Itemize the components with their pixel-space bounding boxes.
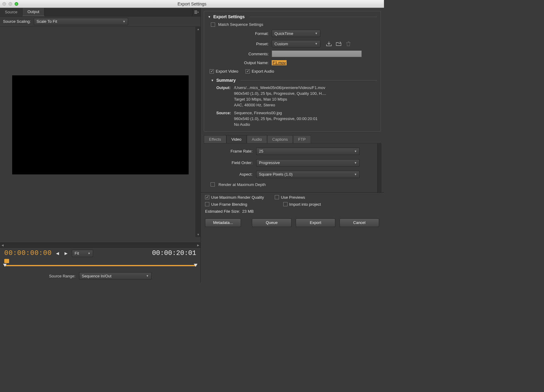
step-forward-icon[interactable]: ▶ (63, 251, 69, 256)
preview-tabs: Source Output (0, 8, 201, 16)
use-max-quality-label: Use Maximum Render Quality (211, 195, 264, 200)
source-scaling-dropdown[interactable]: Scale To Fit ▼ (34, 18, 128, 25)
tab-source[interactable]: Source (0, 8, 23, 16)
scroll-left-icon[interactable]: ◀ (0, 243, 5, 247)
preview-scrollbar-horizontal[interactable]: ◀ ▶ (0, 242, 201, 247)
use-previews-checkbox[interactable] (275, 195, 279, 199)
chevron-down-icon: ▼ (352, 150, 357, 153)
export-video-label: Export Video (216, 69, 238, 74)
tab-output[interactable]: Output (23, 8, 44, 16)
zoom-fit-dropdown[interactable]: Fit ▼ (72, 250, 93, 257)
use-max-quality-checkbox[interactable] (205, 195, 209, 199)
tab-captions[interactable]: Captions (267, 135, 293, 143)
export-audio-toggle[interactable]: Export Audio (246, 69, 274, 74)
summary-source-line-0: Sequence, Fireworks00.jpg (234, 110, 377, 116)
aspect-label: Aspect: (207, 172, 253, 177)
match-sequence-checkbox[interactable] (211, 22, 215, 27)
field-order-label: Field Order: (207, 160, 253, 165)
chevron-down-icon: ▼ (352, 173, 357, 176)
metadata-button[interactable]: Metadata... (205, 218, 241, 227)
save-preset-icon[interactable] (326, 41, 332, 47)
aspect-value: Square Pixels (1.0) (259, 172, 293, 177)
chevron-down-icon: ▼ (312, 32, 318, 35)
format-label: Format: (208, 31, 269, 36)
preview-scrollbar-vertical[interactable]: ▲ ▼ (196, 27, 201, 237)
output-name-link[interactable]: F1.mov (272, 60, 287, 65)
scroll-right-icon[interactable]: ▶ (196, 243, 201, 247)
aspect-dropdown[interactable]: Square Pixels (1.0) ▼ (256, 171, 360, 178)
import-into-project-label: Import into project (289, 202, 321, 207)
source-range-value: Sequence In/Out (82, 274, 112, 278)
import-into-project-checkbox[interactable] (283, 202, 288, 206)
export-video-checkbox[interactable] (210, 69, 214, 74)
format-dropdown[interactable]: QuickTime ▼ (272, 30, 320, 37)
field-order-dropdown[interactable]: Progressive ▼ (256, 159, 360, 167)
in-point-handle-icon[interactable] (3, 264, 7, 267)
tab-effects[interactable]: Effects (204, 135, 226, 143)
tab-video[interactable]: Video (226, 135, 247, 143)
use-frame-blending-label: Use Frame Blending (211, 202, 247, 207)
preview-area: ▲ ▼ (0, 27, 201, 242)
summary-output-key: Output: (216, 85, 234, 91)
summary-output-line-3: AAC, 48000 Hz, Stereo (234, 102, 377, 108)
frame-rate-label: Frame Rate: (207, 149, 253, 153)
step-back-icon[interactable]: ◀ (55, 251, 60, 256)
playhead-icon[interactable] (4, 259, 9, 263)
preset-dropdown[interactable]: Custom ▼ (272, 40, 320, 47)
export-video-toggle[interactable]: Export Video (210, 69, 238, 74)
field-order-value: Progressive (259, 160, 280, 165)
estimated-size-value: 23 MB (242, 209, 254, 214)
use-max-quality-toggle[interactable]: Use Maximum Render Quality (205, 195, 264, 200)
cancel-button[interactable]: Cancel (340, 218, 379, 227)
titlebar: Export Settings (0, 0, 384, 8)
frame-rate-value: 25 (259, 149, 263, 153)
scroll-up-icon[interactable]: ▲ (196, 27, 201, 32)
panel-menu-icon[interactable] (192, 8, 201, 16)
summary-source-line-2: No Audio (234, 122, 377, 128)
source-scaling-row: Source Scaling: Scale To Fit ▼ (0, 16, 201, 27)
scroll-down-icon[interactable]: ▼ (196, 232, 201, 237)
summary-output-line-0: /Users/...mics_Week05n06/premiere/Videos… (234, 85, 377, 91)
source-scaling-label: Source Scaling: (3, 19, 31, 24)
import-preset-icon[interactable] (336, 41, 342, 47)
export-button[interactable]: Export (296, 218, 335, 227)
use-previews-toggle[interactable]: Use Previews (275, 195, 305, 200)
export-audio-checkbox[interactable] (246, 69, 250, 74)
video-preview (12, 75, 189, 174)
tab-audio[interactable]: Audio (247, 135, 267, 143)
output-name-label: Output Name: (208, 60, 269, 65)
disclose-summary-icon[interactable]: ▼ (211, 79, 214, 82)
timeline-area: 00:00:00:00 ◀ ▶ Fit ▼ 00:00:20:01 Source… (0, 247, 201, 283)
match-sequence-label: Match Sequence Settings (218, 22, 263, 27)
tab-ftp[interactable]: FTP (293, 135, 311, 143)
out-point-handle-icon[interactable] (194, 264, 197, 267)
frame-rate-dropdown[interactable]: 25 ▼ (256, 148, 360, 155)
render-max-depth-checkbox[interactable] (211, 182, 215, 187)
render-max-depth-label: Render at Maximum Depth (218, 182, 266, 187)
summary-output-line-2: Target 10 Mbps, Max 10 Mbps (234, 97, 377, 102)
source-range-dropdown[interactable]: Sequence In/Out ▼ (79, 272, 152, 280)
chevron-down-icon: ▼ (312, 42, 318, 45)
export-settings-heading: Export Settings (213, 14, 245, 19)
disclose-export-settings-icon[interactable]: ▼ (208, 15, 211, 19)
work-area-bar[interactable] (4, 265, 196, 266)
comments-label: Comments: (208, 52, 269, 56)
chevron-down-icon: ▼ (144, 274, 149, 277)
import-into-project-toggle[interactable]: Import into project (283, 202, 321, 207)
summary-source-line-1: 960x540 (1.0), 25 fps, Progressive, 00:0… (234, 116, 377, 122)
timecode-out: 00:00:20:01 (152, 249, 196, 257)
button-row: Metadata... Queue Export Cancel (201, 217, 384, 230)
source-range-label: Source Range: (49, 274, 75, 278)
summary-heading: Summary (216, 78, 236, 83)
use-frame-blending-checkbox[interactable] (205, 202, 209, 206)
codec-tabs: Effects Video Audio Captions FTP (204, 135, 384, 143)
comments-input[interactable] (272, 50, 362, 57)
queue-button[interactable]: Queue (252, 218, 291, 227)
use-frame-blending-toggle[interactable]: Use Frame Blending (205, 202, 247, 207)
summary-output-line-1: 960x540 (1.0), 25 fps, Progressive, Qual… (234, 91, 377, 97)
preset-label: Preset: (208, 42, 269, 46)
video-settings-scrollbar[interactable] (377, 143, 382, 192)
timecode-in[interactable]: 00:00:00:00 (4, 249, 52, 257)
export-settings-box: ▼ Export Settings Match Sequence Setting… (204, 11, 381, 132)
timeline-bar[interactable] (4, 260, 196, 269)
